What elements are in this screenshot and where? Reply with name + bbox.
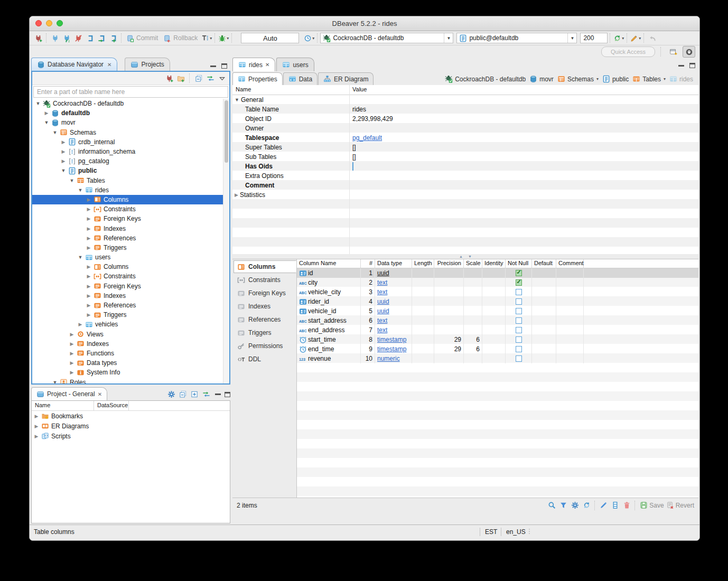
expand-arrow-icon[interactable]: ▶ bbox=[86, 293, 91, 298]
cell-default[interactable] bbox=[532, 335, 556, 344]
cell-default[interactable] bbox=[532, 344, 556, 354]
cell-column-name[interactable]: ABCcity bbox=[297, 278, 361, 287]
view-menu-button[interactable] bbox=[217, 73, 227, 83]
breadcrumb-cockroachdb-defaultdb[interactable]: CockroachDB - defaultdb bbox=[445, 75, 526, 83]
tree-item-functions[interactable]: ▶Functions bbox=[32, 349, 229, 358]
project-item-er-diagrams[interactable]: ▶ER Diagrams bbox=[32, 421, 230, 431]
cell-[interactable]: 2 bbox=[361, 278, 375, 287]
column-header-name[interactable]: Name bbox=[32, 401, 94, 410]
detail-tab-columns[interactable]: Columns bbox=[234, 260, 296, 273]
connection-combo-arrow[interactable]: ▼ bbox=[444, 33, 451, 43]
expand-arrow-icon[interactable]: ▶ bbox=[86, 226, 91, 231]
tree-item-pg-catalog[interactable]: ▶pg_catalog bbox=[32, 156, 229, 166]
detail-tab-references[interactable]: References bbox=[234, 313, 296, 326]
grid-search-button[interactable] bbox=[546, 500, 557, 511]
expand-arrow-icon[interactable]: ▶ bbox=[86, 264, 91, 269]
refresh-button[interactable]: ▾ bbox=[613, 32, 624, 44]
close-icon[interactable]: ✕ bbox=[265, 62, 269, 68]
cell-[interactable]: 6 bbox=[361, 316, 375, 325]
collapse-up-icon[interactable]: ▲ bbox=[459, 255, 463, 258]
cell-column-name[interactable]: ABCstart_address bbox=[297, 316, 361, 325]
not-null-checkbox[interactable] bbox=[516, 317, 522, 324]
data-type-link[interactable]: text bbox=[377, 288, 387, 296]
open-perspective-button[interactable] bbox=[667, 46, 679, 58]
cell-length[interactable] bbox=[412, 316, 434, 325]
column-header-default[interactable]: Default bbox=[532, 259, 556, 268]
debug-button[interactable]: ▾ bbox=[218, 32, 229, 44]
chevron-down-icon[interactable]: ▾ bbox=[664, 77, 666, 81]
expand-arrow-icon[interactable]: ▶ bbox=[69, 351, 74, 356]
save-button[interactable]: Save bbox=[640, 501, 664, 509]
tree-item-users[interactable]: ▼users bbox=[32, 252, 229, 262]
minimize-editor-button[interactable] bbox=[678, 65, 684, 67]
cell-[interactable]: 4 bbox=[361, 297, 375, 306]
schedule-button[interactable]: ▾ bbox=[303, 32, 315, 44]
detail-tab-constraints[interactable]: Constraints bbox=[234, 274, 296, 286]
cell-length[interactable] bbox=[412, 325, 434, 335]
column-row-id[interactable]: id1uuid bbox=[297, 268, 698, 278]
cell-not-null[interactable] bbox=[506, 306, 532, 316]
fetch-size-field[interactable]: 200 bbox=[580, 33, 608, 43]
column-header-value[interactable]: Value bbox=[349, 85, 370, 95]
cell-not-null[interactable] bbox=[506, 335, 532, 344]
not-null-checkbox[interactable] bbox=[516, 355, 522, 362]
expand-arrow-icon[interactable]: ▶ bbox=[86, 216, 91, 221]
cell-identity[interactable] bbox=[482, 268, 506, 278]
column-header-identity[interactable]: Identity bbox=[482, 259, 506, 268]
splitter-sash[interactable]: ▲ ▼ bbox=[232, 254, 698, 259]
cell-default[interactable] bbox=[532, 287, 556, 297]
cell-not-null[interactable] bbox=[506, 287, 532, 297]
expand-arrow-icon[interactable]: ▶ bbox=[86, 236, 91, 241]
tree-item-triggers[interactable]: ▶Triggers bbox=[32, 243, 229, 252]
column-row-city[interactable]: ABCcity2text bbox=[297, 278, 698, 287]
property-value[interactable]: 2,293,998,429 bbox=[349, 115, 393, 123]
tree-item-cockroachdb-defaultdb[interactable]: ▼CockroachDB - defaultdb bbox=[32, 99, 229, 108]
cell-identity[interactable] bbox=[482, 278, 506, 287]
expand-arrow-icon[interactable]: ▶ bbox=[86, 197, 91, 202]
expand-arrow-icon[interactable]: ▶ bbox=[34, 414, 39, 419]
cell-length[interactable] bbox=[412, 306, 434, 316]
cell-default[interactable] bbox=[532, 278, 556, 287]
tree-item-movr[interactable]: ▼movr bbox=[32, 118, 229, 127]
property-row-general[interactable]: ▼General bbox=[232, 95, 698, 105]
commit-mode-combo[interactable]: Auto bbox=[241, 33, 299, 43]
breadcrumb-rides[interactable]: rides bbox=[669, 75, 693, 83]
property-row-comment[interactable]: Comment bbox=[232, 181, 698, 190]
expand-arrow-icon[interactable]: ▶ bbox=[69, 370, 74, 375]
link-with-editor-button[interactable] bbox=[205, 73, 216, 83]
maximize-view-button[interactable] bbox=[225, 392, 230, 397]
cell-precision[interactable] bbox=[434, 306, 464, 316]
property-row-sub-tables[interactable]: Sub Tables[] bbox=[232, 152, 698, 162]
cell-column-name[interactable]: rider_id bbox=[297, 297, 361, 306]
collapse-arrow-icon[interactable]: ▼ bbox=[61, 168, 66, 173]
cell-data-type[interactable]: uuid bbox=[375, 268, 412, 278]
property-row-extra-options[interactable]: Extra Options bbox=[232, 171, 698, 181]
quick-access-field[interactable]: Quick Access bbox=[601, 46, 655, 57]
property-row-super-tables[interactable]: Super Tables[] bbox=[232, 143, 698, 152]
breadcrumb-movr[interactable]: movr bbox=[529, 75, 554, 83]
expand-arrow-icon[interactable]: ▶ bbox=[69, 341, 74, 346]
column-divider[interactable] bbox=[349, 85, 350, 254]
data-type-link[interactable]: uuid bbox=[377, 298, 389, 305]
breadcrumb-public[interactable]: public bbox=[602, 75, 629, 83]
cell-comment[interactable] bbox=[556, 268, 584, 278]
commit-button[interactable] bbox=[124, 32, 136, 44]
has-oids-checkbox[interactable] bbox=[352, 162, 353, 171]
cell-scale[interactable] bbox=[464, 268, 482, 278]
cell-scale[interactable] bbox=[464, 325, 482, 335]
cell-column-name[interactable]: end_time bbox=[297, 344, 361, 354]
cell-identity[interactable] bbox=[482, 344, 506, 354]
subtab-properties[interactable]: Properties bbox=[232, 72, 283, 85]
cell-[interactable]: 7 bbox=[361, 325, 375, 335]
cell-length[interactable] bbox=[412, 335, 434, 344]
tree-item-public[interactable]: ▼public bbox=[32, 166, 229, 175]
cell-default[interactable] bbox=[532, 306, 556, 316]
cell-length[interactable] bbox=[412, 297, 434, 306]
zoom-window-button[interactable] bbox=[57, 20, 63, 26]
expand-arrow-icon[interactable]: ▶ bbox=[34, 424, 39, 429]
cell-not-null[interactable] bbox=[506, 316, 532, 325]
cell-length[interactable] bbox=[412, 278, 434, 287]
grid-delete-button[interactable] bbox=[621, 500, 632, 511]
column-row-start-time[interactable]: start_time8timestamp296 bbox=[297, 335, 698, 344]
cell-data-type[interactable]: text bbox=[375, 316, 412, 325]
